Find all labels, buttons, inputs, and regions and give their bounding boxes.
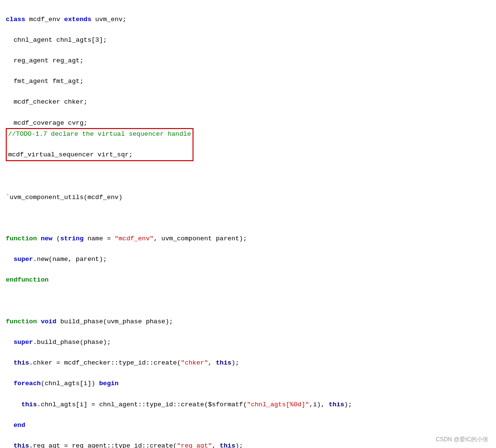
code-container: class mcdf_env extends uvm_env; chnl_age… bbox=[6, 4, 490, 448]
footer: CSDN @爱IC的小张 bbox=[436, 435, 488, 444]
code-block: class mcdf_env extends uvm_env; chnl_age… bbox=[6, 4, 490, 128]
todo17-declare-box: //TODO-1.7 declare the virtual sequencer… bbox=[6, 128, 194, 161]
